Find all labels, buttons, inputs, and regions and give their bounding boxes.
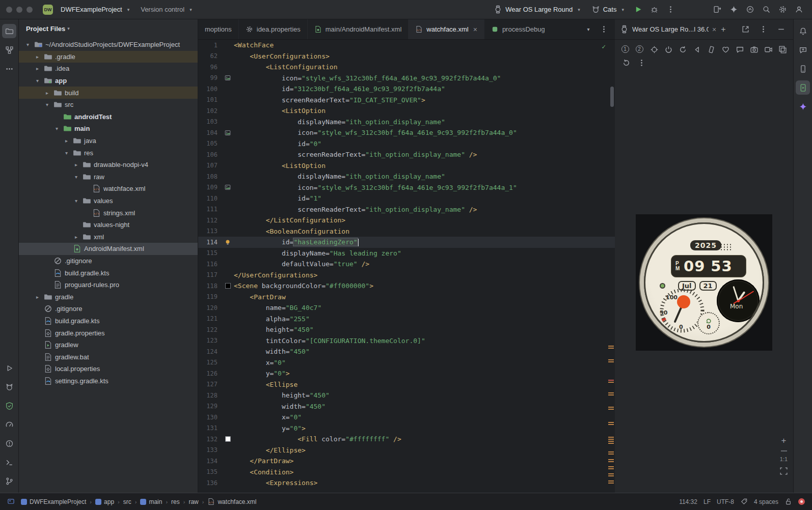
zoom-window-button[interactable] bbox=[26, 7, 33, 13]
line-number[interactable]: 99 bbox=[198, 74, 222, 81]
bug-button[interactable] bbox=[647, 3, 661, 17]
breadcrumb-app[interactable]: app bbox=[95, 498, 114, 505]
avatar-button[interactable] bbox=[792, 3, 806, 17]
line-number[interactable]: 106 bbox=[198, 151, 222, 158]
line-number[interactable]: 111 bbox=[198, 206, 222, 213]
ai-spark-button[interactable] bbox=[726, 3, 741, 17]
message-bubble-button[interactable] bbox=[734, 43, 745, 55]
tree-item-build.gradle.kts[interactable]: build.gradle.kts bbox=[19, 267, 198, 279]
tree-item-.idea[interactable]: ▸.idea bbox=[19, 63, 198, 75]
tab-processdebug[interactable]: processDebug bbox=[484, 19, 545, 39]
tree-item-androidmanifest.xml[interactable]: AndroidManifest.xml bbox=[19, 243, 198, 255]
code-line-102[interactable]: 102 <ListOption bbox=[198, 105, 615, 117]
git-branch-button[interactable] bbox=[2, 474, 16, 488]
code-line-100[interactable]: 100 id="312c30bf_f64a_461e_9c93_992f2fb7… bbox=[198, 83, 615, 95]
tilt-phone-button[interactable] bbox=[706, 43, 717, 55]
line-number[interactable]: 121 bbox=[198, 315, 222, 322]
stripe-mark[interactable] bbox=[608, 459, 614, 460]
project-folder-button[interactable] bbox=[2, 24, 16, 38]
code-line-128[interactable]: 128 height="450" bbox=[198, 390, 615, 401]
new-device-tab-button[interactable]: + bbox=[721, 25, 725, 34]
line-number[interactable]: 119 bbox=[198, 293, 222, 300]
chevron-down-icon[interactable]: ▾ bbox=[34, 78, 41, 83]
line-number[interactable]: 110 bbox=[198, 195, 222, 202]
minimize-window-button[interactable] bbox=[16, 7, 22, 13]
line-number[interactable]: 102 bbox=[198, 107, 222, 115]
tab-watchface.xml[interactable]: </>watchface.xml× bbox=[409, 19, 484, 39]
device-tab-title[interactable]: Wear OS Large Ro...l 36.0 bbox=[632, 25, 709, 33]
bell-button[interactable] bbox=[796, 24, 810, 38]
chevron-right-icon[interactable]: ▸ bbox=[34, 66, 41, 71]
error-indicator[interactable] bbox=[798, 498, 805, 505]
screenshot-compare-button[interactable] bbox=[777, 43, 788, 55]
tree-item-main[interactable]: ▾main bbox=[19, 123, 198, 135]
stripe-mark[interactable] bbox=[608, 407, 614, 408]
code-line-135[interactable]: 135 <Condition> bbox=[198, 467, 615, 478]
close-tab-button[interactable]: × bbox=[473, 25, 477, 34]
code-line-104[interactable]: 104 icon="style_wfs_312c30bf_f64a_461e_9… bbox=[198, 127, 615, 138]
play-button[interactable] bbox=[631, 3, 645, 17]
line-number[interactable]: 113 bbox=[198, 228, 222, 235]
problems-button[interactable] bbox=[2, 436, 16, 450]
line-number[interactable]: 136 bbox=[198, 479, 222, 487]
file-encoding[interactable]: UTF-8 bbox=[717, 498, 734, 505]
back-triangle-button[interactable] bbox=[691, 43, 702, 55]
zoom-out-button[interactable] bbox=[781, 450, 787, 451]
code-line-107[interactable]: 107 <ListOption bbox=[198, 160, 615, 172]
rotate-ccw-button[interactable] bbox=[677, 43, 688, 55]
line-number[interactable]: 109 bbox=[198, 184, 222, 191]
run-outline-button[interactable] bbox=[2, 361, 16, 375]
stripe-mark[interactable] bbox=[608, 359, 614, 360]
tree-item-java[interactable]: ▸java bbox=[19, 135, 198, 147]
tab-main-androidmanifest.xml[interactable]: main/AndroidManifest.xml bbox=[308, 19, 409, 39]
code-line-99[interactable]: 99 icon="style_wfs_312c30bf_f64a_461e_9c… bbox=[198, 73, 615, 84]
ai-chat-button[interactable] bbox=[796, 43, 810, 57]
indent-setting[interactable]: 4 spaces bbox=[754, 498, 778, 505]
line-number[interactable]: 101 bbox=[198, 96, 222, 103]
breadcrumb-res[interactable]: res bbox=[171, 498, 180, 505]
project-files-header[interactable]: Project Files ▾ bbox=[19, 19, 198, 38]
device-panel-menu-button[interactable] bbox=[756, 22, 770, 37]
line-number[interactable]: 116 bbox=[198, 261, 222, 268]
tree-item-drawable-nodpi-v4[interactable]: ▸drawable-nodpi-v4 bbox=[19, 159, 198, 171]
open-in-window-button[interactable] bbox=[738, 22, 752, 37]
line-number[interactable]: 105 bbox=[198, 140, 222, 147]
chevron-down-icon[interactable]: ▾ bbox=[63, 150, 70, 156]
code-line-113[interactable]: 113 <BooleanConfiguration bbox=[198, 226, 615, 237]
error-stripe[interactable] bbox=[607, 40, 615, 493]
zoom-in-button[interactable]: + bbox=[781, 436, 787, 446]
line-number[interactable]: 127 bbox=[198, 381, 222, 388]
code-line-119[interactable]: 119 <PartDraw bbox=[198, 292, 615, 303]
code-line-1[interactable]: 1<WatchFace bbox=[198, 40, 615, 51]
stripe-mark[interactable] bbox=[608, 473, 614, 474]
profiler-gauge-button[interactable] bbox=[2, 417, 16, 432]
crown-button[interactable] bbox=[648, 43, 660, 55]
kebab-button[interactable] bbox=[663, 3, 678, 17]
hide-panel-button[interactable] bbox=[774, 22, 788, 37]
color-swatch-black[interactable] bbox=[225, 283, 231, 289]
tree-item-proguard-rules.pro[interactable]: proguard-rules.pro bbox=[19, 279, 198, 291]
stripe-mark[interactable] bbox=[608, 437, 614, 438]
camera-button[interactable] bbox=[748, 43, 760, 55]
run-config-selector[interactable]: Cats▾ bbox=[587, 3, 629, 16]
line-number[interactable]: 133 bbox=[198, 446, 222, 454]
terminal-button[interactable] bbox=[2, 455, 16, 469]
kebab-button[interactable] bbox=[635, 56, 647, 69]
insights-shield-button[interactable] bbox=[2, 399, 16, 413]
line-number[interactable]: 117 bbox=[198, 271, 222, 278]
code-line-133[interactable]: 133 </Ellipse> bbox=[198, 445, 615, 456]
tree-item-.gitignore[interactable]: .gitignore bbox=[19, 255, 198, 267]
caret-position[interactable]: 114:32 bbox=[679, 498, 697, 505]
tree-item-gradle.properties[interactable]: gradle.properties bbox=[19, 327, 198, 339]
line-number[interactable]: 122 bbox=[198, 326, 222, 333]
screen-record-button[interactable] bbox=[763, 43, 774, 55]
line-number[interactable]: 96 bbox=[198, 64, 222, 71]
breadcrumb-main[interactable]: main bbox=[140, 498, 162, 505]
code-line-109[interactable]: 109 icon="style_wfs_312c30bf_f64a_461e_9… bbox=[198, 182, 615, 193]
chevron-right-icon[interactable]: ▸ bbox=[34, 294, 41, 300]
code-line-136[interactable]: 136 <Expressions> bbox=[198, 477, 615, 489]
line-number[interactable]: 108 bbox=[198, 173, 222, 180]
stripe-mark[interactable] bbox=[608, 346, 614, 347]
line-number[interactable]: 104 bbox=[198, 129, 222, 136]
line-number[interactable]: 123 bbox=[198, 337, 222, 344]
